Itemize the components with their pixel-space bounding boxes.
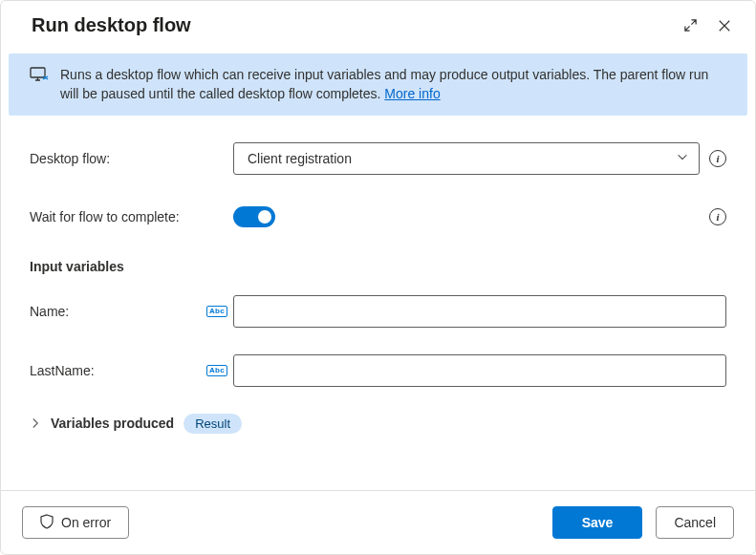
wait-toggle[interactable]: [233, 206, 275, 227]
input-lastname-field: LastName: Abc: [30, 354, 726, 387]
svg-rect-0: [31, 68, 45, 77]
info-banner: Runs a desktop flow which can receive in…: [9, 53, 747, 116]
save-button[interactable]: Save: [552, 506, 643, 539]
name-input[interactable]: [233, 295, 726, 328]
expand-icon[interactable]: [682, 18, 698, 33]
variables-produced-row: Variables produced Result: [30, 414, 726, 434]
on-error-label: On error: [61, 515, 111, 530]
input-label: Name:: [30, 304, 206, 319]
close-icon[interactable]: [717, 18, 732, 33]
chevron-down-icon: [676, 150, 689, 166]
input-name-field: Name: Abc: [30, 295, 726, 328]
on-error-button[interactable]: On error: [22, 506, 129, 539]
desktop-flow-dropdown[interactable]: Client registration: [233, 142, 700, 175]
dialog-footer: On error Save Cancel: [1, 490, 755, 554]
info-icon[interactable]: i: [709, 150, 726, 167]
dialog-body: Desktop flow: Client registration i Wait…: [1, 116, 755, 490]
desktop-flow-label: Desktop flow:: [30, 151, 206, 166]
cancel-label: Cancel: [674, 515, 716, 530]
save-label: Save: [582, 515, 614, 530]
wait-label: Wait for flow to complete:: [30, 209, 206, 224]
wait-field: Wait for flow to complete: i: [30, 202, 726, 232]
cancel-button[interactable]: Cancel: [656, 506, 734, 539]
input-label: LastName:: [30, 363, 206, 378]
variables-produced-label: Variables produced: [51, 416, 174, 431]
result-pill[interactable]: Result: [184, 414, 242, 434]
shield-icon: [40, 514, 54, 532]
more-info-link[interactable]: More info: [384, 86, 440, 101]
dropdown-value: Client registration: [248, 151, 352, 166]
info-icon[interactable]: i: [709, 208, 726, 225]
dialog-title: Run desktop flow: [32, 14, 191, 36]
chevron-right-icon[interactable]: [30, 417, 41, 429]
run-desktop-flow-dialog: Run desktop flow Runs a: [0, 0, 756, 555]
header-actions: [682, 18, 732, 33]
desktop-flow-field: Desktop flow: Client registration i: [30, 142, 726, 175]
text-type-icon: Abc: [206, 365, 227, 376]
text-type-icon: Abc: [206, 306, 227, 317]
input-variables-header: Input variables: [30, 259, 726, 274]
banner-text: Runs a desktop flow which can receive in…: [60, 65, 726, 104]
lastname-input[interactable]: [233, 354, 726, 387]
desktop-flow-icon: [30, 67, 49, 85]
dialog-header: Run desktop flow: [1, 1, 755, 46]
